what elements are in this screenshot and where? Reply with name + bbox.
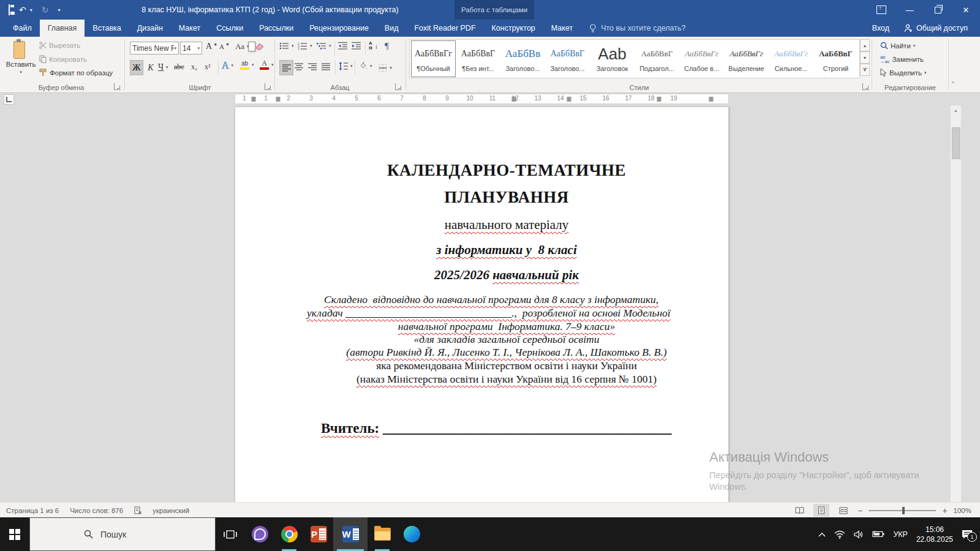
zoom-slider-thumb[interactable] (902, 507, 905, 514)
styles-scroll-down-button[interactable]: ▼ (860, 51, 870, 64)
style-title[interactable]: АabЗаголовок (590, 40, 635, 77)
style-heading1[interactable]: АаБбВвЗаголово... (500, 40, 545, 77)
shading-button[interactable]: ▾ (358, 62, 372, 70)
underline-button[interactable]: Ч▾ (158, 60, 168, 74)
taskbar-explorer-button[interactable] (368, 517, 397, 551)
share-button[interactable]: Общий доступ (898, 20, 974, 37)
subscript-button[interactable]: x₂ (191, 62, 197, 72)
style-heading2[interactable]: АаБбВвГЗаголово... (545, 40, 590, 77)
collapse-ribbon-button[interactable]: ⌃ (951, 81, 956, 87)
bold-button[interactable]: Ж (130, 60, 143, 75)
save-button[interactable] (9, 5, 10, 15)
select-button[interactable]: Выделить▾ (880, 69, 927, 77)
cut-button[interactable]: Вырезать (39, 42, 80, 49)
taskbar-edge-button[interactable] (397, 517, 426, 551)
scroll-up-arrow[interactable]: ▲ (951, 105, 961, 116)
taskbar-viber-button[interactable] (245, 517, 274, 551)
language-indicator[interactable]: украинский (153, 507, 189, 514)
task-view-button[interactable] (216, 517, 245, 551)
tab-layout[interactable]: Макет (171, 20, 208, 37)
ribbon-display-options-button[interactable] (867, 0, 895, 20)
ruler-table-column-marker[interactable] (276, 97, 281, 102)
align-center-button[interactable] (295, 63, 303, 70)
tray-expand-chevron[interactable] (818, 532, 826, 537)
numbering-button[interactable]: 123▾ (298, 42, 312, 50)
word-count[interactable]: Число слов: 876 (70, 507, 123, 514)
tab-foxit-pdf[interactable]: Foxit Reader PDF (406, 20, 483, 37)
style-normal[interactable]: АаБбВвГг¶Обычный (411, 40, 456, 77)
zoom-in-button[interactable]: + (942, 506, 947, 515)
style-strong[interactable]: АаБбВвГСтрогий (813, 40, 858, 77)
undo-dropdown[interactable]: ▾ (30, 7, 32, 13)
taskbar-word-button[interactable]: W (333, 517, 368, 551)
multilevel-list-button[interactable]: ▾ (317, 42, 331, 50)
style-subtitle[interactable]: АаБбВвГПодзагол... (635, 40, 679, 77)
font-color-button[interactable]: А▾ (260, 60, 274, 70)
tab-view[interactable]: Вид (377, 20, 407, 37)
decrease-indent-button[interactable] (338, 42, 347, 50)
redo-button[interactable]: ↻ (42, 5, 49, 15)
style-intense-emphasis[interactable]: АаБбВвГгСильное... (769, 40, 813, 77)
ruler-table-column-marker[interactable] (657, 97, 662, 102)
font-dialog-launcher[interactable] (265, 83, 271, 90)
zoom-slider[interactable] (869, 510, 936, 511)
tell-me-box[interactable]: Что вы хотите сделать? (589, 20, 685, 37)
styles-dialog-launcher[interactable] (862, 83, 869, 90)
styles-scroll-up-button[interactable]: ▲ (860, 39, 870, 51)
copy-button[interactable]: Копировать (39, 55, 87, 63)
show-marks-button[interactable]: ¶ (385, 41, 389, 51)
styles-more-button[interactable]: ▼ (860, 64, 870, 76)
align-right-button[interactable] (308, 63, 317, 70)
change-case-button[interactable]: Аа▾ (235, 42, 249, 51)
style-subtle-emphasis[interactable]: АаБбВвГгСлабое в... (679, 40, 724, 77)
strikethrough-button[interactable]: abc (174, 62, 184, 72)
volume-icon[interactable] (854, 530, 864, 539)
page-indicator[interactable]: Страница 1 из 6 (6, 507, 59, 514)
clear-formatting-button[interactable] (255, 42, 265, 50)
clipboard-dialog-launcher[interactable] (114, 83, 121, 90)
style-emphasis[interactable]: АаБбВвГгВыделение (724, 40, 769, 77)
undo-button[interactable]: ↶ (19, 5, 26, 15)
read-mode-button[interactable] (791, 504, 807, 517)
zoom-level[interactable]: 100% (954, 507, 971, 514)
increase-indent-button[interactable] (352, 42, 361, 50)
minimize-button[interactable]: — (895, 0, 924, 20)
superscript-button[interactable]: x² (205, 62, 211, 72)
tab-design[interactable]: Дизайн (129, 20, 171, 37)
ruler-table-column-marker[interactable] (512, 97, 516, 102)
ruler[interactable]: 112345678910111213141516171819 (235, 94, 729, 104)
tab-stop-selector[interactable] (4, 94, 14, 105)
document-page[interactable]: КАЛЕНДАРНО-ТЕМАТИЧНЕ ПЛАНУВАННЯ навчальн… (235, 107, 729, 502)
wifi-icon[interactable] (834, 530, 845, 539)
text-effects-button[interactable]: А▾ (222, 60, 233, 71)
start-button[interactable] (0, 517, 29, 551)
borders-button[interactable]: ▾ (375, 60, 395, 75)
text-highlight-button[interactable]: ab▾ (240, 60, 254, 70)
clock[interactable]: 15:06 22.08.2025 (916, 525, 953, 544)
tab-mailings[interactable]: Рассылки (251, 20, 301, 37)
restore-button[interactable] (924, 0, 952, 20)
taskbar-chrome-button[interactable] (274, 517, 304, 551)
format-painter-button[interactable]: Формат по образцу (39, 69, 113, 77)
close-button[interactable]: ✕ (952, 0, 980, 20)
ruler-table-column-marker[interactable] (709, 97, 714, 102)
taskbar-powerpoint-button[interactable]: P (304, 517, 333, 551)
shrink-font-button[interactable]: А▼ (219, 43, 230, 50)
align-left-button[interactable] (279, 60, 293, 75)
replace-button[interactable]: ab→ac Заменить (880, 55, 924, 64)
scrollbar-thumb[interactable] (952, 127, 960, 159)
italic-button[interactable]: К (145, 60, 157, 75)
tab-references[interactable]: Ссылки (208, 20, 251, 37)
tab-insert[interactable]: Вставка (85, 20, 129, 37)
font-family-combo[interactable]: Times New R▾ (130, 42, 179, 54)
print-layout-button[interactable] (813, 504, 829, 517)
tab-file[interactable]: Файл (5, 20, 40, 37)
tab-review[interactable]: Рецензирование (301, 20, 377, 37)
proofing-errors-icon[interactable] (134, 506, 141, 514)
action-center-button[interactable]: 1 (962, 530, 973, 539)
ruler-table-column-marker[interactable] (567, 97, 571, 102)
paste-button[interactable]: Вставить ▾ (6, 40, 36, 84)
zoom-out-button[interactable]: − (858, 506, 862, 515)
web-layout-button[interactable] (835, 504, 851, 517)
ruler-table-column-marker[interactable] (252, 97, 256, 102)
